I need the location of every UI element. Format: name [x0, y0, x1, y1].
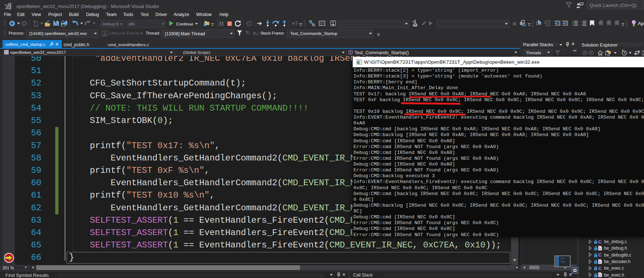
svg-text:h: h [599, 247, 601, 251]
svg-text:h: h [599, 261, 601, 264]
svg-text:?: ? [580, 23, 582, 26]
svg-text:h: h [599, 274, 601, 277]
svg-text:#: # [292, 21, 294, 25]
